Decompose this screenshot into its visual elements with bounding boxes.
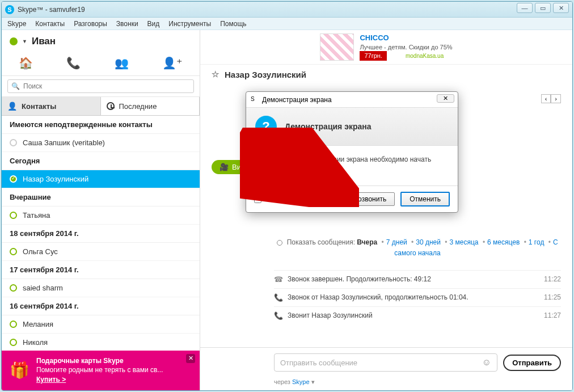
menu-view[interactable]: Вид [147,20,160,28]
section-today: Сегодня [2,152,200,170]
messages-area: Показать сообщения: Вчера •7 дней •30 дн… [274,237,561,324]
contact-nikolya[interactable]: Николя [2,334,200,351]
tab-contacts-label: Контакты [22,102,56,111]
tab-recent[interactable]: Последние [101,97,200,115]
call-icon[interactable]: 📞 [66,56,81,70]
clock-icon [107,102,115,110]
app-window: S Skype™ - samvufer19 — ▭ ✕ Skype Контак… [1,1,573,391]
message-input[interactable]: Отправить сообщение ☺ [274,353,497,372]
promo-close-button[interactable]: ✕ [186,354,195,363]
section-unconfirmed: Имеются неподтвержденные контакты [2,116,200,134]
promo-banner[interactable]: 🎁 Подарочные карты Skype Помогите родным… [2,351,200,390]
dialog-header: ? Демонстрация экрана [246,108,458,146]
presence-icon [10,248,17,255]
dont-ask-checkbox[interactable]: Больше не спрашивать [254,195,339,203]
close-button[interactable]: ✕ [553,3,569,13]
filter-3-months[interactable]: 3 месяца [450,238,479,246]
calling-icon: 📞 [274,311,282,320]
profile-header[interactable]: ▼ Иван [2,30,200,49]
menu-skype[interactable]: Skype [7,20,26,28]
group-icon[interactable]: 👥 [115,56,129,70]
conversation-header: ☆ Назар Зозулинский [200,64,572,84]
message-row: ☎ Звонок завершен. Продолжительность: 49… [274,270,561,288]
nav-next-button[interactable]: › [551,94,561,103]
filter-30-days[interactable]: 30 дней [416,238,441,246]
skype-logo-icon: S [5,5,14,14]
dialog-close-button[interactable]: ✕ [437,94,454,103]
menu-conversations[interactable]: Разговоры [74,20,107,28]
contact-tatyana[interactable]: Татьяна [2,206,200,225]
nav-prev-button[interactable]: ‹ [541,94,551,103]
section-16: 16 сентября 2014 г. [2,297,200,315]
presence-icon [10,212,17,219]
question-icon: ? [255,116,277,137]
search-input[interactable] [23,82,190,90]
contact-nazar[interactable]: Назар Зозулинский [2,170,200,188]
filter-7-days[interactable]: 7 дней [386,238,407,246]
window-title: Skype™ - samvufer19 [18,6,85,14]
promo-subtitle: Помогите родным не терять с вами св... [36,365,163,375]
dialog-window-title: Демонстрация экрана [262,96,332,104]
contact-saied[interactable]: saied sharm [2,279,200,297]
ad-banner[interactable]: CHICCO Лучшее - детям. Скидки до 75% 77г… [200,30,572,64]
skype-logo-icon: S [251,96,259,104]
search-icon: 🔍 [11,82,20,90]
ad-domain: modnaKasa.ua [406,53,444,59]
presence-icon [10,339,17,346]
filter-1-year[interactable]: 1 год [529,238,545,246]
filter-yesterday[interactable]: Вчера [357,238,377,246]
menu-calls[interactable]: Звонки [116,20,138,28]
dialog-body: Для демонстрации экрана необходимо начат… [246,146,458,186]
contact-sasha[interactable]: Саша Запшик (veritable) [2,134,200,152]
call-button[interactable]: Позвонить [344,192,395,206]
minimize-button[interactable]: — [517,3,533,13]
presence-icon [10,284,17,292]
status-online-icon [10,37,18,45]
ad-price: 77грн. [360,51,387,60]
dont-ask-input[interactable] [254,196,261,203]
menu-help[interactable]: Помощь [220,20,246,28]
menu-contacts[interactable]: Контакты [35,20,65,28]
gift-icon: 🎁 [10,361,29,380]
incoming-call-icon: 📞 [274,293,282,302]
dialog-footer: Больше не спрашивать Позвонить Отменить [246,186,458,212]
nav-row: 🏠 📞 👥 👤⁺ [2,49,200,76]
tab-contacts[interactable]: 👤 Контакты [2,97,101,115]
message-row: 📞 Звонок от Назар Зозулинский, продолжит… [274,288,561,306]
section-17: 17 сентября 2014 г. [2,261,200,279]
search-box[interactable]: 🔍 [7,79,194,93]
section-yesterday: Вчерашние [2,188,200,206]
favorite-star-icon[interactable]: ☆ [212,69,219,79]
contact-list: Имеются неподтвержденные контакты Саша З… [2,116,200,351]
status-caret-icon: ▼ [22,39,27,44]
maximize-button[interactable]: ▭ [535,3,551,13]
send-button[interactable]: Отправить [503,355,561,371]
ad-brand: CHICCO [360,33,452,43]
contact-melania[interactable]: Мелания [2,315,200,334]
call-ended-icon: ☎ [274,275,282,284]
profile-name: Иван [32,36,56,47]
message-filter: Показать сообщения: Вчера •7 дней •30 дн… [274,237,561,259]
via-skype-link[interactable]: Skype [292,378,310,385]
emoji-icon[interactable]: ☺ [482,357,491,368]
video-icon: 🎥 [220,163,229,171]
promo-buy-link[interactable]: Купить > [36,376,66,383]
cancel-button[interactable]: Отменить [400,192,450,206]
ad-image [320,33,354,61]
contact-olga[interactable]: Ольга Сус [2,243,200,261]
menu-bar: Skype Контакты Разговоры Звонки Вид Инст… [2,18,572,30]
screen-share-dialog: S Демонстрация экрана ✕ ? Демонстрация э… [246,91,458,213]
home-icon[interactable]: 🏠 [19,56,33,70]
menu-tools[interactable]: Инструменты [168,20,211,28]
add-contact-icon[interactable]: 👤⁺ [162,56,183,70]
sidebar: ▼ Иван 🏠 📞 👥 👤⁺ 🔍 👤 Контакты [2,30,200,390]
presence-icon [10,139,17,146]
dialog-titlebar: S Демонстрация экрана ✕ [246,92,458,108]
title-bar: S Skype™ - samvufer19 — ▭ ✕ [2,2,572,18]
video-call-button[interactable]: 🎥 Ви [212,160,249,174]
filter-6-months[interactable]: 6 месяцев [487,238,520,246]
presence-icon [10,321,17,328]
chevron-down-icon[interactable]: ▾ [311,378,315,385]
via-label: через Skype ▾ [200,377,572,390]
message-row: 📞 Звонит Назар Зозулинский 11:27 [274,306,561,324]
